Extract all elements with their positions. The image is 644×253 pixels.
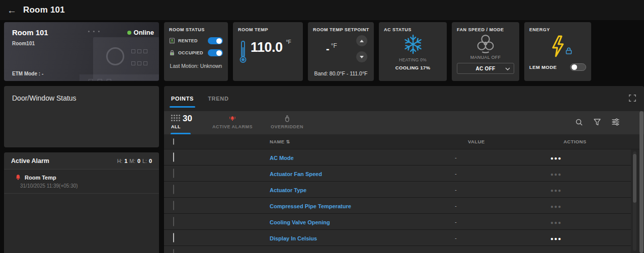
energy-title: ENERGY (529, 27, 586, 32)
thermostat-buttons-row1 (131, 49, 147, 53)
setpoint-unit: °F (331, 42, 337, 49)
filter-tab-active-alarms[interactable]: ACTIVE ALARMS (212, 111, 253, 134)
points-filter-toolbar: 30 ALL ACTIVE ALARMS (164, 111, 644, 134)
chevron-down-icon (505, 67, 510, 70)
setpoint-card: ROOM TEMP SETPOINT - °F Band: 80.0°F - 1… (308, 22, 374, 81)
row-actions-menu-icon[interactable]: ●●● (550, 188, 562, 193)
lock-icon (566, 47, 572, 54)
thermostat-device-image-2 (79, 74, 159, 81)
tab-trend[interactable]: TREND (208, 86, 228, 111)
point-value: - (455, 187, 550, 193)
ac-mode-selected-value: AC OFF (475, 66, 495, 71)
back-arrow-icon[interactable]: ← (7, 6, 17, 15)
point-link[interactable]: AC Mode (270, 155, 294, 161)
column-actions-header: ACTIONS (564, 139, 644, 144)
filter-tab-overridden[interactable]: OVERRIDDEN (271, 111, 303, 134)
low-count-label: L: (142, 158, 147, 164)
online-status: Online (127, 29, 154, 36)
filter-tab-all[interactable]: 30 ALL (171, 111, 192, 134)
row-checkbox[interactable] (173, 152, 174, 162)
row-checkbox[interactable] (173, 201, 174, 210)
points-table-body: AC Mode - ●●● Actuator Fan Speed - ●●● A… (164, 149, 644, 253)
grid-icon (171, 115, 180, 121)
online-label: Online (134, 29, 154, 36)
all-points-count: 30 (183, 114, 192, 123)
active-alarms-label: ACTIVE ALARMS (212, 124, 253, 129)
lem-mode-toggle[interactable] (570, 63, 586, 71)
fan-speed-card: FAN SPEED / MODE MANUAL OFF (452, 22, 519, 81)
column-name-header: NAME (270, 139, 285, 144)
room-dashboard: ← Room 101 Room 101 Room101 Online (0, 0, 644, 253)
rented-label: RENTED (178, 38, 198, 43)
room-summary-card[interactable]: Room 101 Room101 Online ETM Mode : - (4, 22, 159, 81)
tab-points[interactable]: POINTS (171, 86, 194, 111)
occupied-icon (169, 50, 175, 56)
thermometer-icon (239, 40, 247, 63)
setpoint-title: ROOM TEMP SETPOINT (313, 27, 369, 32)
device-indicator-dots (88, 31, 100, 32)
table-row: AC Mode - ●●● (164, 149, 631, 165)
status-cards-row: ROOM STATUS RENTED (164, 22, 644, 81)
room-status-title: ROOM STATUS (169, 27, 223, 32)
point-value: - (455, 171, 550, 177)
point-link[interactable]: Display In Celsius (270, 235, 317, 241)
active-alarm-card: Active Alarm H:1 M:0 L:0 Room Temp (4, 152, 159, 253)
search-icon[interactable] (575, 118, 583, 126)
room-status-card: ROOM STATUS RENTED (164, 22, 228, 81)
row-actions-menu-icon[interactable]: ●●● (550, 236, 562, 241)
point-link[interactable]: Cooling Valve Opening (270, 219, 330, 225)
ac-mode-select[interactable]: AC OFF (457, 63, 514, 74)
points-panel: POINTS TREND 30 ALL (164, 86, 644, 253)
column-value-header: VALUE (468, 139, 564, 144)
left-column: Room 101 Room101 Online ETM Mode : - Doo… (4, 22, 159, 253)
room-temp-unit: °F (286, 39, 291, 45)
occupied-toggle[interactable] (208, 49, 223, 56)
room-temp-value: 110.0 (251, 40, 283, 55)
active-alarms-bell-icon (228, 115, 236, 122)
row-checkbox[interactable] (173, 168, 174, 178)
row-checkbox[interactable] (173, 233, 174, 242)
fullscreen-icon[interactable] (628, 94, 636, 102)
point-link[interactable]: Actuator Type (270, 187, 306, 193)
row-checkbox[interactable] (173, 217, 174, 226)
setpoint-up-button[interactable] (356, 35, 367, 46)
row-checkbox[interactable] (173, 249, 174, 253)
filter-funnel-icon[interactable] (593, 118, 601, 126)
point-link[interactable]: Actuator Fan Speed (270, 171, 322, 177)
settings-sliders-icon[interactable] (611, 118, 620, 126)
row-actions-menu-icon[interactable]: ●●● (550, 204, 562, 209)
alarm-point-name: Room Temp (25, 175, 56, 181)
sort-icon[interactable]: ⇅ (286, 139, 290, 144)
alarm-timestamp: 31/10/2025 11:39(+05:30) (20, 183, 152, 189)
point-value: - (455, 219, 550, 225)
online-dot-icon (127, 31, 131, 35)
lightning-bolt-icon (549, 34, 567, 58)
setpoint-down-button[interactable] (356, 51, 367, 62)
overridden-label: OVERRIDDEN (271, 124, 303, 129)
table-row: Cooling Valve Opening - ●●● (164, 214, 631, 230)
table-row: Actuator Fan Speed - ●●● (164, 165, 631, 182)
row-checkbox[interactable] (173, 185, 174, 194)
row-actions-menu-icon[interactable]: ●●● (550, 172, 562, 177)
door-window-status-card: Door/Window Status (4, 86, 159, 147)
room-id: Room101 (12, 41, 35, 46)
point-link[interactable]: Compressed Pipe Temperature (270, 203, 351, 209)
row-actions-menu-icon[interactable]: ●●● (550, 155, 562, 161)
point-value: - (455, 203, 550, 209)
alarm-list-item[interactable]: Room Temp 31/10/2025 11:39(+05:30) (4, 170, 159, 194)
ac-status-card: AC STATUS (379, 22, 447, 81)
panel-scrollbar[interactable] (639, 111, 643, 253)
table-row: Actuator Type - ●●● (164, 182, 631, 198)
thermostat-dial (106, 47, 124, 65)
all-tab-label: ALL (171, 124, 192, 129)
select-all-checkbox[interactable] (173, 138, 174, 145)
table-scrollbar-thumb[interactable] (633, 154, 636, 203)
table-row: Display In Celsius - ●●● (164, 230, 631, 246)
ac-status-title: AC STATUS (384, 27, 442, 32)
room-name: Room 101 (12, 28, 48, 37)
row-actions-menu-icon[interactable]: ●●● (550, 220, 562, 225)
occupied-row: OCCUPIED (169, 49, 223, 56)
high-count-value: 1 (124, 158, 127, 164)
rented-toggle[interactable] (208, 37, 223, 44)
room-temp-title: ROOM TEMP (238, 27, 298, 32)
